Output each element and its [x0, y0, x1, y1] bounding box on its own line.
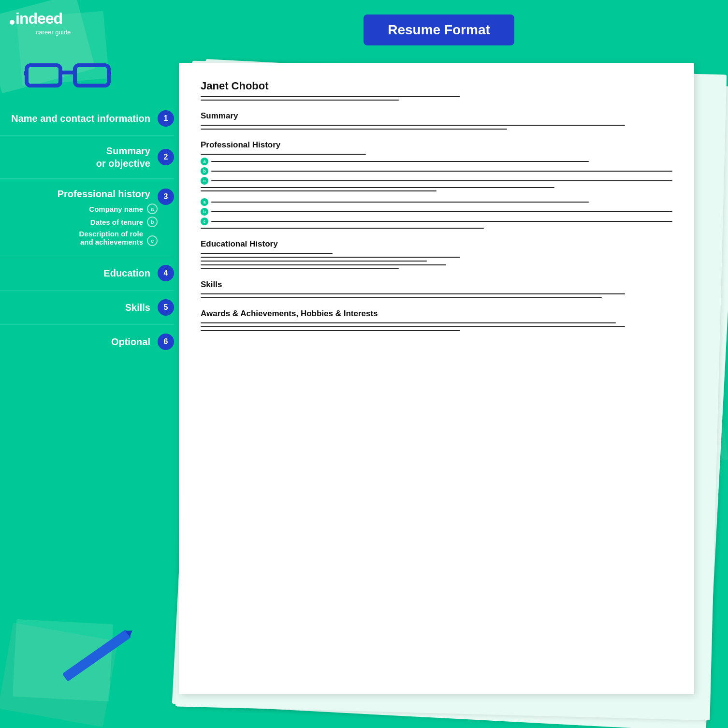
resume-paper: Janet Chobot Summary Professional Histor…	[179, 63, 694, 694]
awards-line-1	[201, 322, 616, 323]
sidebar-item-education: Education 4	[0, 256, 174, 291]
sidebar-item-summary: Summaryor objective 2	[0, 136, 174, 179]
bullet-line-c2: c	[201, 218, 672, 225]
sidebar-label-skills: Skills	[10, 301, 150, 314]
svg-line-3	[24, 73, 27, 75]
bullet-bar-a1	[211, 161, 589, 162]
resume-education-title: Educational History	[201, 239, 672, 249]
bullet-a2: a	[201, 198, 208, 206]
sub-item-description-label: Description of roleand achievements	[79, 230, 143, 246]
glasses-decoration	[24, 58, 111, 92]
bullet-line-a1: a	[201, 158, 672, 165]
sub-item-company: Company name a	[10, 204, 158, 214]
skills-line-2	[201, 297, 602, 298]
bullet-line-c1: c	[201, 177, 672, 185]
awards-line-3	[201, 330, 460, 331]
bullet-line-b1: b	[201, 167, 672, 175]
prof-line-extra-1	[201, 187, 554, 188]
sidebar-item-contact: Name and contact information 1	[0, 102, 174, 136]
sub-badge-b1: b	[147, 217, 158, 227]
bullet-c1: c	[201, 177, 208, 185]
sidebar-label-optional: Optional	[10, 335, 150, 348]
edu-line-3	[201, 261, 427, 262]
resume-awards-title: Awards & Achievements, Hobbies & Interes…	[201, 309, 672, 319]
sub-badge-c1: c	[147, 235, 158, 246]
resume-summary-title: Summary	[201, 111, 672, 121]
header: Resume Format	[179, 15, 699, 45]
edu-line-1	[201, 253, 333, 254]
indeed-dot	[10, 20, 15, 25]
prof-line-extra-2	[201, 190, 437, 191]
step-badge-2: 2	[158, 149, 174, 165]
step-badge-5: 5	[158, 299, 174, 316]
bullet-c2: c	[201, 218, 208, 225]
edu-line-2	[201, 257, 460, 258]
summary-line-1	[201, 125, 625, 126]
step-badge-4: 4	[158, 265, 174, 281]
sub-badge-a1: a	[147, 204, 158, 214]
bullet-b1: b	[201, 167, 208, 175]
sidebar-label-contact: Name and contact information	[10, 112, 150, 125]
sub-item-company-label: Company name	[89, 205, 143, 213]
bullet-a1: a	[201, 158, 208, 165]
sidebar-item-professional: Professional history Company name a Date…	[0, 179, 174, 256]
bullet-line-a2: a	[201, 198, 672, 206]
bullet-line-b2: b	[201, 208, 672, 216]
sub-item-dates-label: Dates of tenure	[90, 218, 143, 226]
header-title-box: Resume Format	[364, 15, 514, 45]
sidebar-sub-items-professional: Company name a Dates of tenure b Descrip…	[10, 204, 158, 246]
prof-entry-2: a b c	[201, 198, 672, 229]
svg-rect-0	[27, 65, 60, 86]
skills-line-1	[201, 293, 625, 294]
indeed-wordmark: indeed	[15, 10, 62, 28]
sidebar-label-education: Education	[10, 267, 150, 279]
prof-header-line	[201, 154, 366, 155]
bullet-b2: b	[201, 208, 208, 216]
sidebar-label-professional: Professional history	[10, 189, 150, 200]
page-title: Resume Format	[388, 22, 490, 37]
bullet-bar-a2	[211, 202, 589, 203]
sidebar-item-optional: Optional 6	[0, 325, 174, 359]
resume-skills-title: Skills	[201, 280, 672, 290]
resume-area: Janet Chobot Summary Professional Histor…	[179, 63, 713, 709]
sidebar-label-summary: Summaryor objective	[10, 145, 150, 170]
bullet-bar-b1	[211, 171, 672, 172]
sub-item-description: Description of roleand achievements c	[10, 230, 158, 246]
bullet-bar-c2	[211, 221, 672, 222]
resume-name: Janet Chobot	[201, 80, 672, 92]
bullet-bar-c1	[211, 180, 672, 181]
prof-line-2-extra	[201, 228, 484, 229]
indeed-tagline: career guide	[10, 29, 97, 36]
sidebar: Name and contact information 1 Summaryor…	[0, 102, 174, 359]
bullet-bar-b2	[211, 211, 672, 212]
edu-line-4	[201, 264, 446, 265]
step-badge-3: 3	[158, 189, 174, 205]
step-badge-6: 6	[158, 334, 174, 350]
sidebar-item-skills: Skills 5	[0, 291, 174, 325]
summary-line-2	[201, 129, 507, 130]
awards-line-2	[201, 326, 625, 327]
resume-name-line-1	[201, 96, 460, 97]
svg-line-4	[109, 73, 111, 75]
indeed-logo: indeed career guide	[10, 10, 97, 36]
resume-professional-title: Professional History	[201, 140, 672, 150]
sidebar-label-professional-container: Professional history Company name a Date…	[10, 189, 158, 246]
step-badge-1: 1	[158, 110, 174, 127]
svg-rect-1	[75, 65, 109, 86]
edu-line-5	[201, 268, 399, 269]
resume-name-line-2	[201, 100, 399, 101]
sub-item-dates: Dates of tenure b	[10, 217, 158, 227]
